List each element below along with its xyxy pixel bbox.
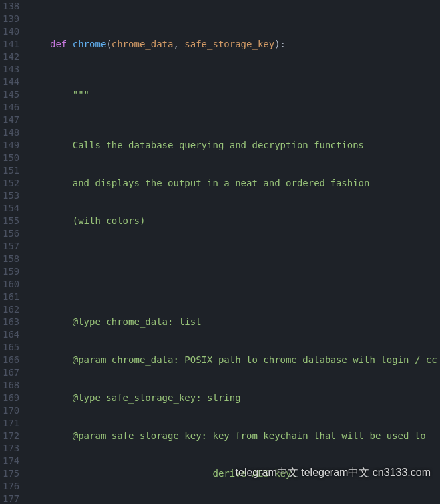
line-number: 172	[3, 430, 19, 442]
code-line: and displays the output in a neat and or…	[27, 177, 440, 189]
line-number: 156	[3, 227, 19, 240]
line-number: 168	[3, 379, 19, 392]
code-line: """	[27, 88, 440, 101]
line-number: 171	[3, 417, 19, 430]
line-number: 160	[3, 278, 19, 291]
line-number: 145	[3, 88, 19, 101]
code-editor[interactable]: 1381391401411421431441451461471481491501…	[0, 0, 440, 504]
line-number: 138	[3, 0, 19, 13]
line-number: 161	[3, 291, 19, 303]
line-number: 141	[3, 38, 19, 51]
code-line: @type safe_storage_key: string	[27, 392, 440, 404]
code-line: Calls the database querying and decrypti…	[27, 139, 440, 152]
line-number: 143	[3, 63, 19, 76]
line-number: 164	[3, 328, 19, 341]
line-number: 159	[3, 265, 19, 278]
line-number: 152	[3, 177, 19, 189]
line-number: 153	[3, 189, 19, 202]
line-number: 170	[3, 404, 19, 417]
code-line: @type chrome_data: list	[27, 316, 440, 328]
line-number: 165	[3, 341, 19, 354]
line-number: 157	[3, 240, 19, 253]
line-number: 169	[3, 392, 19, 404]
code-line: @param chrome_data: POSIX path to chrome…	[27, 354, 440, 366]
line-number: 175	[3, 467, 19, 480]
line-number: 174	[3, 455, 19, 467]
line-number: 163	[3, 316, 19, 328]
line-number: 167	[3, 366, 19, 379]
line-number: 155	[3, 215, 19, 227]
code-line: derive AES key.	[27, 467, 440, 480]
keyword-def: def	[50, 39, 73, 49]
line-number: 140	[3, 25, 19, 38]
function-name: chrome	[73, 39, 107, 49]
line-number: 148	[3, 126, 19, 139]
line-number: 144	[3, 76, 19, 88]
line-number: 142	[3, 51, 19, 63]
line-number: 166	[3, 354, 19, 366]
code-line: def chrome(chrome_data, safe_storage_key…	[27, 38, 440, 51]
code-line: @param safe_storage_key: key from keycha…	[27, 430, 440, 442]
code-line: (with colors)	[27, 215, 440, 227]
line-number: 139	[3, 13, 19, 25]
line-number: 147	[3, 114, 19, 126]
line-number: 158	[3, 253, 19, 265]
line-number: 151	[3, 164, 19, 177]
line-number: 173	[3, 442, 19, 455]
line-number: 154	[3, 202, 19, 215]
line-number: 146	[3, 101, 19, 114]
line-number: 176	[3, 480, 19, 493]
line-number: 150	[3, 152, 19, 164]
line-number: 162	[3, 303, 19, 316]
code-area[interactable]: def chrome(chrome_data, safe_storage_key…	[25, 0, 440, 504]
line-number: 149	[3, 139, 19, 152]
code-line	[27, 265, 440, 278]
line-number-gutter: 1381391401411421431441451461471481491501…	[0, 0, 25, 504]
line-number: 177	[3, 493, 19, 504]
